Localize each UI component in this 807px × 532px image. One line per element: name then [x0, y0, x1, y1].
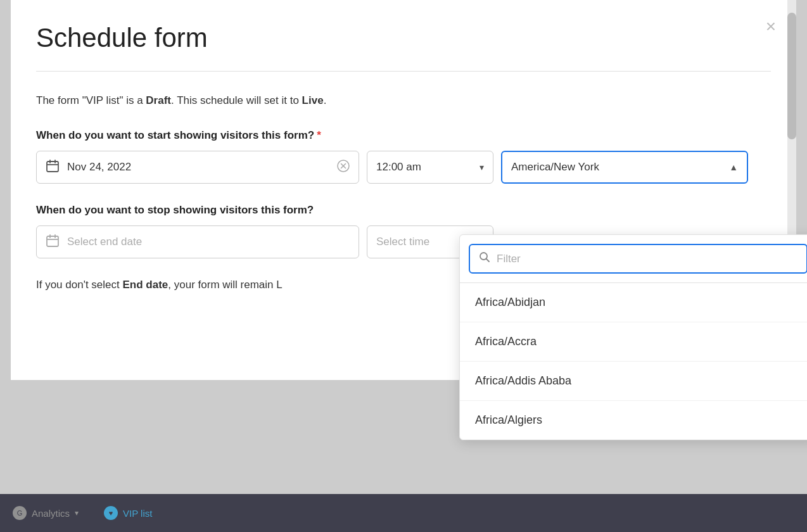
timezone-item-1[interactable]: Africa/Accra	[460, 322, 807, 362]
start-timezone-dropdown[interactable]: America/New York ▲	[501, 151, 748, 184]
end-date-placeholder: Select end date	[67, 236, 350, 248]
start-label-text: When do you want to start showing visito…	[36, 129, 314, 141]
calendar-icon	[46, 159, 60, 176]
info-suffix: . This schedule will set it to	[171, 94, 302, 106]
info-live: Live	[302, 94, 324, 106]
timezone-dropdown-chevron-icon: ▲	[729, 162, 738, 172]
stop-label-text: When do you want to stop showing visitor…	[36, 204, 314, 216]
start-form-row: Nov 24, 2022 12:00 am ▾ America/New York…	[36, 151, 771, 184]
clear-date-icon[interactable]	[337, 160, 350, 175]
modal-divider	[36, 71, 771, 72]
stop-label: When do you want to stop showing visitor…	[36, 204, 771, 217]
svg-rect-0	[47, 162, 58, 172]
timezone-list: Africa/Abidjan Africa/Accra Africa/Addis…	[460, 283, 807, 440]
start-date-value: Nov 24, 2022	[67, 161, 329, 174]
time-dropdown-chevron-icon: ▾	[480, 162, 484, 172]
end-calendar-icon	[46, 234, 60, 251]
timezone-search-wrapper	[469, 244, 807, 274]
timezone-popup: Africa/Abidjan Africa/Accra Africa/Addis…	[459, 234, 807, 440]
start-label: When do you want to start showing visito…	[36, 129, 771, 142]
start-timezone-value: America/New York	[511, 161, 723, 174]
info-end: .	[324, 94, 327, 106]
timezone-filter-input[interactable]	[497, 253, 797, 265]
svg-rect-7	[47, 236, 58, 246]
bottom-info-suffix: , your form will remain L	[168, 279, 282, 291]
scrollbar-thumb[interactable]	[787, 13, 796, 139]
required-star: *	[317, 129, 321, 141]
info-text: The form "VIP list" is a Draft. This sch…	[36, 92, 771, 109]
start-date-input[interactable]: Nov 24, 2022	[36, 151, 359, 184]
end-date-input[interactable]: Select end date	[36, 225, 359, 258]
info-quoted: "VIP list"	[82, 94, 124, 106]
modal-overlay: × Schedule form The form "VIP list" is a…	[0, 0, 807, 532]
info-middle: is a	[123, 94, 146, 106]
timezone-search-icon	[479, 251, 490, 266]
timezone-item-2[interactable]: Africa/Addis Ababa	[460, 362, 807, 401]
info-draft: Draft	[146, 94, 171, 106]
bottom-info-bold: End date	[123, 279, 168, 291]
start-time-value: 12:00 am	[376, 161, 473, 174]
start-time-dropdown[interactable]: 12:00 am ▾	[367, 151, 493, 184]
schedule-form-modal: × Schedule form The form "VIP list" is a…	[11, 0, 796, 380]
timezone-item-0[interactable]: Africa/Abidjan	[460, 283, 807, 322]
bottom-info-prefix: If you don't select	[36, 279, 123, 291]
timezone-item-3[interactable]: Africa/Algiers	[460, 401, 807, 440]
info-prefix: The form	[36, 94, 82, 106]
svg-line-12	[486, 259, 490, 262]
modal-title: Schedule form	[36, 23, 771, 53]
modal-close-button[interactable]: ×	[766, 18, 776, 35]
